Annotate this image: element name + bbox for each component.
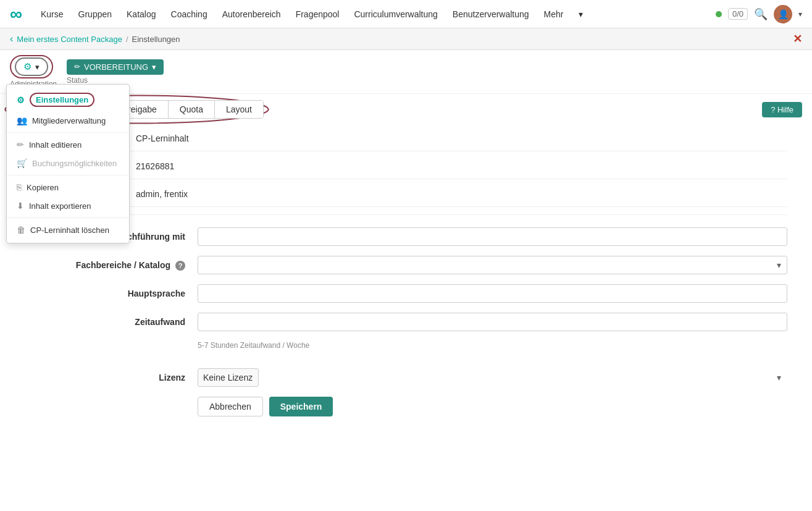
fachbereich-select-wrapper: ▾ — [198, 256, 787, 274]
dropdown-divider-2 — [7, 175, 129, 175]
admin-oval-outline: ⚙ ▾ — [10, 55, 53, 78]
info-row-erstellt: Erstellt durch admin, frentix — [25, 187, 787, 207]
nav-coaching[interactable]: Coaching — [165, 7, 214, 22]
nav-benutzerverwaltung[interactable]: Benutzerverwaltung — [446, 7, 535, 22]
zeitaufwand-hint: 5-7 Stunden Zeitaufwand / Woche — [198, 341, 787, 350]
avatar[interactable]: 👤 — [774, 5, 792, 23]
einstellungen-icon: ⚙ — [17, 95, 25, 105]
form-row-fachbereich: Fachbereiche / Katalog ? ▾ — [25, 256, 787, 274]
lizenz-select[interactable]: Keine Lizenz CC BY CC BY-SA CC BY-NC CC … — [198, 368, 259, 387]
nav-mehr[interactable]: Mehr — [538, 7, 570, 22]
einstellungen-label: Einstellungen — [30, 93, 94, 107]
zeitaufwand-input[interactable] — [198, 313, 787, 331]
dropdown-item-kopieren[interactable]: ⎘ Kopieren — [7, 178, 129, 196]
dropdown-item-inhalt-exportieren[interactable]: ⬇ Inhalt exportieren — [7, 196, 129, 215]
breadcrumb-parent-link[interactable]: Mein erstes Content Package — [17, 35, 122, 44]
status-btn-label: VORBEREITUNG — [84, 62, 148, 72]
fachbereich-select[interactable] — [198, 256, 787, 274]
buchungsmoeglichkeiten-label: Buchungsmöglichkeiten — [32, 159, 117, 168]
tab-quota[interactable]: Quota — [169, 101, 215, 118]
inhalt-editieren-label: Inhalt editieren — [29, 140, 82, 150]
breadcrumb: ‹ Mein erstes Content Package / Einstell… — [10, 33, 180, 44]
zeitaufwand-label: Zeitaufwand — [25, 317, 198, 327]
admin-button[interactable]: ⚙ ▾ — [15, 57, 48, 76]
cancel-button[interactable]: Abbrechen — [198, 397, 263, 416]
pencil-icon: ✏ — [74, 62, 80, 71]
hauptsprache-label: Hauptsprache — [25, 289, 198, 298]
mitgliederverwaltung-icon: 👥 — [17, 116, 27, 125]
nav-curriculumverwaltung[interactable]: Curriculumverwaltung — [348, 7, 443, 22]
action-row: Abbrechen Speichern — [198, 397, 787, 416]
nav-gruppen[interactable]: Gruppen — [72, 7, 118, 22]
cp-loeschen-label: CP-Lerninhalt löschen — [30, 226, 109, 235]
logo[interactable]: ∞ — [10, 4, 22, 24]
nav-right: 0/0 🔍 👤 ▾ — [716, 5, 802, 23]
tab-layout[interactable]: Layout — [215, 101, 263, 118]
save-button[interactable]: Speichern — [269, 397, 333, 416]
dropdown-menu: ⚙ Einstellungen 👥 Mitgliederverwaltung ✏… — [6, 84, 130, 243]
nav-items: Kurse Gruppen Katalog Coaching Autorenbe… — [35, 7, 716, 22]
erstellt-value: admin, frentix — [136, 187, 787, 199]
breadcrumb-close-button[interactable]: ✕ — [793, 32, 802, 46]
nav-kurse[interactable]: Kurse — [35, 7, 70, 22]
user-count: 0/0 — [728, 8, 748, 20]
avatar-arrow[interactable]: ▾ — [798, 10, 802, 19]
dropdown-item-einstellungen[interactable]: ⚙ Einstellungen — [7, 88, 129, 111]
hauptsprache-input[interactable] — [198, 284, 787, 303]
status-btn-arrow: ▾ — [152, 62, 156, 72]
dropdown-divider-3 — [7, 217, 129, 218]
nav-mehr-arrow[interactable]: ▾ — [572, 7, 589, 22]
fachbereich-help-icon[interactable]: ? — [175, 261, 185, 271]
form-row-zeitaufwand: Zeitaufwand — [25, 313, 787, 331]
breadcrumb-bar: ‹ Mein erstes Content Package / Einstell… — [0, 28, 812, 50]
search-icon[interactable]: 🔍 — [754, 7, 768, 21]
info-row-id: Id 21626881 — [25, 159, 787, 179]
nav-katalog[interactable]: Katalog — [120, 7, 162, 22]
gear-icon: ⚙ — [23, 61, 31, 72]
toolbar-row: ⚙ ▾ Administration ✏ VORBEREITUNG ▾ Stat… — [0, 50, 812, 94]
online-status-dot — [716, 11, 722, 17]
breadcrumb-separator: / — [126, 35, 128, 44]
inhalt-exportieren-label: Inhalt exportieren — [29, 201, 91, 211]
dropdown-item-cp-loeschen[interactable]: 🗑 CP-Lerninhalt löschen — [7, 221, 129, 239]
cp-loeschen-icon: 🗑 — [17, 225, 25, 235]
form-row-hauptsprache: Hauptsprache — [25, 284, 787, 303]
inhalt-exportieren-icon: ⬇ — [17, 201, 24, 211]
license-row: Lizenz Keine Lizenz CC BY CC BY-SA CC BY… — [25, 368, 787, 387]
kopieren-icon: ⎘ — [17, 182, 22, 192]
autor-input[interactable] — [198, 227, 787, 246]
dropdown-item-inhalt-editieren[interactable]: ✏ Inhalt editieren — [7, 135, 129, 154]
mitgliederverwaltung-label: Mitgliederverwaltung — [32, 116, 106, 125]
section-separator — [25, 214, 787, 215]
breadcrumb-back-arrow[interactable]: ‹ — [10, 33, 13, 44]
info-row-typ: Typ CP-Lerninhalt — [25, 131, 787, 151]
status-button[interactable]: ✏ VORBEREITUNG ▾ — [67, 59, 164, 75]
inhalt-editieren-icon: ✏ — [17, 140, 24, 150]
nav-fragenpool[interactable]: Fragenpool — [290, 7, 346, 22]
help-button[interactable]: ? Hilfe — [762, 102, 802, 117]
admin-group: ⚙ ▾ Administration — [10, 55, 57, 88]
dropdown-item-mitgliederverwaltung[interactable]: 👥 Mitgliederverwaltung — [7, 111, 129, 130]
form-row-autor: Autor*innen / Durchführung mit — [25, 227, 787, 246]
lizenz-select-wrapper: Keine Lizenz CC BY CC BY-SA CC BY-NC CC … — [198, 368, 787, 387]
status-group: ✏ VORBEREITUNG ▾ Status — [67, 59, 164, 85]
lizenz-select-arrow: ▾ — [777, 373, 781, 382]
dropdown-item-buchungsmoeglichkeiten: 🛒 Buchungsmöglichkeiten — [7, 154, 129, 172]
nav-autorenbereich[interactable]: Autorenbereich — [216, 7, 287, 22]
status-label: Status — [67, 76, 88, 85]
buchungsmoeglichkeiten-icon: 🛒 — [17, 158, 27, 168]
top-navigation: ∞ Kurse Gruppen Katalog Coaching Autoren… — [0, 0, 812, 28]
admin-btn-arrow: ▾ — [35, 62, 40, 72]
lizenz-label: Lizenz — [25, 373, 198, 382]
fachbereich-label: Fachbereiche / Katalog ? — [25, 260, 198, 271]
id-value: 21626881 — [136, 159, 787, 171]
typ-value: CP-Lerninhalt — [136, 131, 787, 143]
dropdown-divider-1 — [7, 132, 129, 133]
breadcrumb-current: Einstellungen — [132, 35, 180, 44]
kopieren-label: Kopieren — [27, 183, 59, 192]
